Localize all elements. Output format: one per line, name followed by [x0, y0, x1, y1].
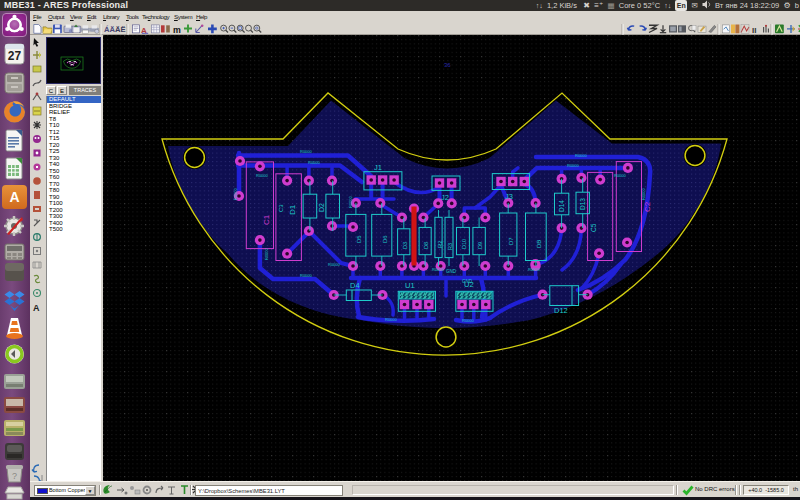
svg-text:C3: C3: [278, 204, 284, 212]
svg-text:R0000: R0000: [308, 160, 321, 165]
svg-text:C1: C1: [262, 214, 271, 225]
svg-text:R0000: R0000: [328, 262, 341, 267]
svg-text:D6: D6: [382, 235, 388, 243]
svg-text:D1: D1: [288, 204, 297, 215]
svg-text:D10: D10: [461, 239, 467, 249]
svg-text:C5: C5: [590, 223, 597, 232]
svg-text:D9: D9: [477, 242, 483, 249]
svg-text:R0000: R0000: [432, 267, 445, 272]
svg-text:R0000: R0000: [614, 173, 627, 178]
svg-text:A: A: [33, 303, 40, 313]
svg-text:R0000: R0000: [567, 163, 580, 168]
svg-text:D5: D5: [356, 235, 362, 243]
svg-text:R0000: R0000: [233, 187, 238, 200]
svg-text:R2: R2: [437, 240, 443, 248]
svg-text:DB: DB: [536, 240, 542, 248]
svg-text:R0000: R0000: [575, 153, 588, 158]
svg-text:D12: D12: [554, 306, 568, 315]
svg-text:D7: D7: [508, 237, 514, 245]
svg-text:D8: D8: [423, 242, 429, 249]
svg-text:D2: D2: [318, 203, 325, 212]
svg-text:ÁÄ: ÁÄ: [104, 25, 115, 34]
svg-text:R0000: R0000: [528, 267, 541, 272]
svg-text:J3: J3: [505, 192, 513, 201]
svg-text:R0000: R0000: [300, 273, 313, 278]
svg-text:U1: U1: [405, 281, 415, 290]
svg-text:R3: R3: [447, 243, 453, 250]
svg-text:J1: J1: [374, 163, 382, 172]
svg-text:D13: D13: [579, 198, 586, 210]
svg-text:R0000: R0000: [385, 317, 398, 322]
svg-text:R0000: R0000: [641, 187, 646, 200]
svg-text:27: 27: [8, 49, 22, 63]
svg-text:36: 36: [444, 62, 451, 68]
svg-text:A: A: [9, 189, 19, 205]
svg-text:J2: J2: [441, 193, 449, 202]
svg-text:GND: GND: [446, 269, 457, 274]
svg-text:D4: D4: [350, 281, 360, 290]
svg-text:ІІ: ІІ: [752, 26, 756, 35]
svg-text:R0000: R0000: [256, 173, 269, 178]
svg-text:D3: D3: [402, 242, 408, 249]
svg-text:ÄË: ÄË: [115, 25, 126, 34]
svg-text:R0000: R0000: [462, 318, 475, 323]
svg-text:R0000: R0000: [348, 195, 353, 208]
svg-text:R0000: R0000: [300, 149, 313, 154]
svg-text:?: ?: [12, 471, 17, 481]
svg-text:GND: GND: [462, 279, 473, 284]
svg-text:D14: D14: [558, 200, 565, 212]
svg-text:C2: C2: [643, 201, 652, 212]
svg-text:R0000: R0000: [264, 247, 269, 260]
svg-text:m: m: [173, 25, 181, 35]
